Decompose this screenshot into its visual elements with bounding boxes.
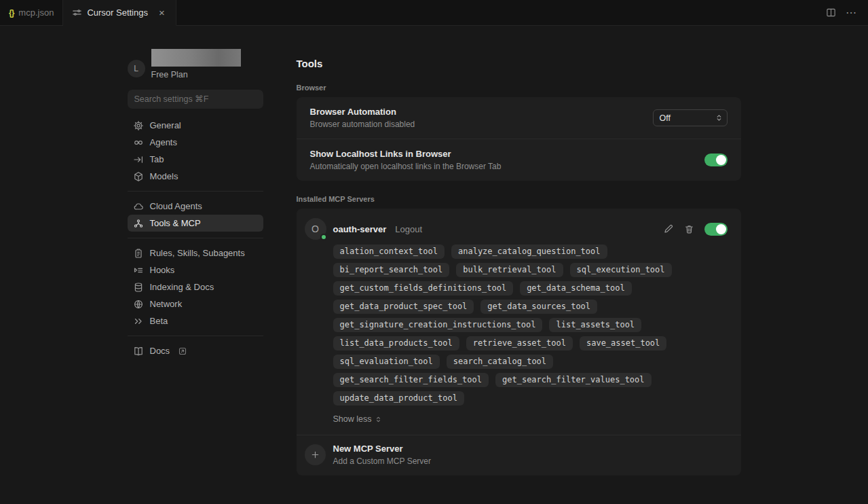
username-redacted bbox=[151, 49, 241, 67]
tool-chip[interactable]: analyze_catalog_question_tool bbox=[451, 245, 607, 259]
sidebar-item-models[interactable]: Models bbox=[128, 168, 263, 185]
sidebar-item-agents[interactable]: Agents bbox=[128, 134, 263, 151]
localhost-links-toggle[interactable] bbox=[704, 154, 728, 166]
sidebar-item-indexing-docs[interactable]: Indexing & Docs bbox=[128, 278, 263, 295]
chevron-up-down-icon bbox=[715, 113, 723, 122]
sidebar-item-label: Cloud Agents bbox=[150, 201, 202, 211]
play-list-icon bbox=[133, 265, 144, 276]
new-server-title: New MCP Server bbox=[333, 444, 432, 454]
nav-divider bbox=[128, 191, 263, 192]
more-actions-icon[interactable]: ⋯ bbox=[846, 6, 857, 19]
tool-chip[interactable]: bulk_retrieval_tool bbox=[456, 263, 563, 277]
tool-chip[interactable]: get_data_product_spec_tool bbox=[333, 300, 474, 314]
tool-chip[interactable]: get_data_sources_tool bbox=[480, 300, 597, 314]
sidebar-item-beta[interactable]: Beta bbox=[128, 312, 263, 329]
delete-trash-icon[interactable] bbox=[684, 224, 694, 234]
sidebar-item-network[interactable]: Network bbox=[128, 295, 263, 312]
new-mcp-server-button[interactable]: New MCP Server Add a Custom MCP Server bbox=[297, 435, 741, 475]
plan-label: Free Plan bbox=[151, 70, 241, 79]
show-localhost-links-row: Show Localhost Links in Browser Automati… bbox=[297, 139, 741, 181]
sidebar-item-label: Beta bbox=[150, 316, 168, 326]
select-value: Off bbox=[660, 113, 671, 123]
tool-chip[interactable]: update_data_product_tool bbox=[333, 391, 464, 406]
profile-block: L Free Plan bbox=[128, 49, 263, 79]
tool-chip[interactable]: save_asset_tool bbox=[580, 336, 666, 350]
browser-automation-row: Browser Automation Browser automation di… bbox=[297, 97, 741, 139]
show-less-label: Show less bbox=[333, 414, 372, 424]
plus-icon bbox=[305, 444, 326, 465]
sidebar-item-tab[interactable]: Tab bbox=[128, 151, 263, 168]
json-braces-icon: {} bbox=[9, 8, 14, 18]
tool-chip[interactable]: list_data_products_tool bbox=[333, 336, 459, 350]
tool-chip[interactable]: sql_evaluation_tool bbox=[333, 355, 440, 369]
tool-chip[interactable]: get_search_filter_fields_tool bbox=[333, 373, 489, 387]
server-name: oauth-server bbox=[333, 224, 387, 234]
gear-icon bbox=[133, 120, 144, 131]
search-settings-input[interactable] bbox=[128, 90, 263, 109]
sidebar-item-rules-skills-subagents[interactable]: Rules, Skills, Subagents bbox=[128, 245, 263, 262]
setting-subtitle: Automatically open localhost links in th… bbox=[310, 162, 502, 171]
sidebar-item-hooks[interactable]: Hooks bbox=[128, 262, 263, 278]
nav-divider bbox=[128, 238, 263, 238]
tab-cursor-settings[interactable]: Cursor Settings × bbox=[63, 0, 176, 26]
sidebar-item-label: Rules, Skills, Subagents bbox=[150, 248, 245, 258]
server-enabled-toggle[interactable] bbox=[704, 223, 728, 236]
mcp-servers-card: O oauth-server Logout bbox=[297, 209, 741, 475]
edit-pencil-icon[interactable] bbox=[663, 223, 674, 234]
split-editor-icon[interactable] bbox=[826, 7, 836, 18]
server-actions bbox=[663, 223, 728, 236]
tool-chip[interactable]: sql_execution_tool bbox=[570, 263, 672, 277]
editor-actions: ⋯ bbox=[826, 0, 868, 25]
sidebar-item-label: Agents bbox=[150, 137, 177, 147]
tool-chip-list: alation_context_tool analyze_catalog_que… bbox=[333, 245, 692, 406]
tool-chip[interactable]: bi_report_search_tool bbox=[333, 263, 450, 277]
tool-chip[interactable]: get_data_schema_tool bbox=[520, 281, 632, 295]
browser-section-label: Browser bbox=[297, 84, 741, 92]
book-icon bbox=[133, 346, 144, 357]
server-avatar: O bbox=[305, 218, 326, 240]
sidebar-item-cloud-agents[interactable]: Cloud Agents bbox=[128, 198, 263, 215]
server-initial: O bbox=[312, 223, 319, 234]
sidebar-item-label: Models bbox=[150, 171, 178, 181]
globe-icon bbox=[133, 299, 144, 310]
settings-sidebar: L Free Plan General bbox=[128, 26, 263, 475]
setting-title: Browser Automation bbox=[310, 107, 415, 117]
settings-page: L Free Plan General bbox=[0, 26, 868, 475]
tool-chip[interactable]: list_assets_tool bbox=[549, 318, 641, 332]
server-header: O oauth-server Logout bbox=[305, 218, 728, 240]
tool-chip[interactable]: retrieve_asset_tool bbox=[466, 336, 573, 350]
browser-automation-select[interactable]: Off bbox=[653, 109, 728, 126]
tool-chip[interactable]: search_catalog_tool bbox=[447, 355, 553, 369]
tool-chip[interactable]: alation_context_tool bbox=[333, 245, 445, 259]
sidebar-item-tools-mcp[interactable]: Tools & MCP bbox=[128, 215, 263, 232]
clipboard-icon bbox=[133, 248, 144, 259]
tool-chip[interactable]: get_custom_fields_definitions_tool bbox=[333, 281, 514, 295]
settings-main: Tools Browser Browser Automation Browser… bbox=[297, 26, 741, 475]
tool-chip[interactable]: get_signature_creation_instructions_tool bbox=[333, 318, 543, 332]
mcp-section-label: Installed MCP Servers bbox=[297, 195, 741, 203]
infinity-icon bbox=[133, 137, 144, 148]
sidebar-item-label: Tools & MCP bbox=[150, 218, 201, 228]
logout-link[interactable]: Logout bbox=[395, 224, 422, 234]
close-tab-icon[interactable]: × bbox=[157, 7, 167, 18]
sliders-icon bbox=[72, 7, 82, 18]
tab-arrow-icon bbox=[133, 154, 144, 165]
show-less-button[interactable]: Show less bbox=[333, 414, 728, 424]
tab-mcp-json[interactable]: {} mcp.json bbox=[0, 0, 63, 25]
chevron-up-down-icon bbox=[375, 416, 382, 423]
tool-chip[interactable]: get_search_filter_values_tool bbox=[495, 373, 652, 387]
browser-settings-card: Browser Automation Browser automation di… bbox=[297, 97, 741, 181]
chevrons-right-icon bbox=[133, 316, 144, 327]
mcp-server-oauth-server: O oauth-server Logout bbox=[297, 209, 741, 435]
external-link-icon bbox=[178, 347, 187, 355]
cube-icon bbox=[133, 171, 144, 182]
sidebar-item-label: Network bbox=[150, 299, 183, 309]
hub-icon bbox=[133, 218, 144, 229]
sidebar-item-docs[interactable]: Docs bbox=[128, 342, 263, 359]
sidebar-item-label: Indexing & Docs bbox=[150, 282, 214, 292]
user-avatar: L bbox=[128, 60, 145, 77]
setting-subtitle: Browser automation disabled bbox=[310, 120, 415, 129]
database-icon bbox=[133, 282, 144, 293]
sidebar-item-general[interactable]: General bbox=[128, 117, 263, 134]
new-server-subtitle: Add a Custom MCP Server bbox=[333, 456, 432, 466]
